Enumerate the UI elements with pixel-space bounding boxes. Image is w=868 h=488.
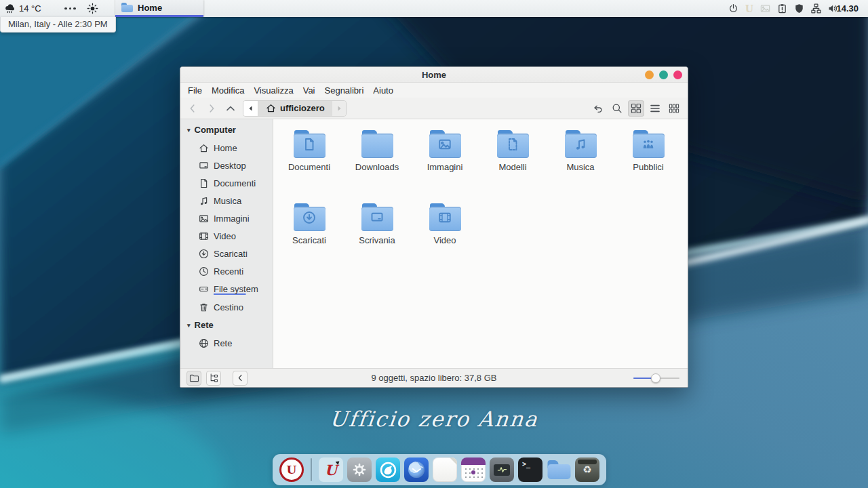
toolbar: ufficiozero — [180, 98, 688, 119]
weather-cloud-rain-icon — [4, 3, 16, 14]
clipboard-icon[interactable] — [777, 3, 787, 14]
breadcrumb-location-button[interactable]: ufficiozero — [258, 101, 332, 116]
file-item-musica[interactable]: Musica — [547, 129, 614, 202]
window-minimize-button[interactable] — [645, 70, 654, 79]
menu-vai[interactable]: Vai — [298, 85, 320, 96]
sidebar-item-label: Musica — [214, 196, 241, 206]
file-item-scrivania[interactable]: Scrivania — [343, 202, 411, 275]
top-panel: 14 °C Home U 14.30 — [0, 0, 868, 17]
sidebar-section-label: Computer — [195, 125, 236, 135]
sidebar-item-video[interactable]: Video — [180, 227, 273, 245]
menu-visualizza[interactable]: Visualizza — [249, 85, 298, 96]
menu-launcher[interactable]: U — [319, 458, 343, 482]
sidebar-item-desktop[interactable]: Desktop — [180, 157, 273, 174]
zoom-slider-knob[interactable] — [651, 373, 660, 383]
folder-icon — [429, 130, 461, 158]
zoom-slider[interactable] — [633, 373, 679, 383]
breadcrumb: ufficiozero — [243, 100, 347, 117]
file-item-scaricati[interactable]: Scaricati — [275, 202, 343, 275]
menu-segnalibri[interactable]: Segnalibri — [320, 85, 369, 96]
sidebar-item-scaricati[interactable]: Scaricati — [180, 245, 273, 262]
window-maximize-button[interactable] — [659, 70, 668, 79]
folder-icon — [294, 130, 326, 158]
music-emblem-icon — [574, 138, 587, 151]
window-titlebar[interactable]: Home — [180, 67, 688, 83]
file-item-label: Modelli — [498, 162, 526, 172]
sidebar-item-home[interactable]: Home — [180, 139, 273, 157]
file-item-label: Immagini — [427, 162, 463, 172]
file-item-modelli[interactable]: Modelli — [479, 129, 547, 202]
panel-menu-dots-icon[interactable] — [64, 0, 76, 17]
breadcrumb-collapse-button[interactable] — [243, 101, 258, 116]
up-button[interactable] — [224, 102, 237, 115]
folder-icon — [497, 130, 529, 158]
desktop-signature: Ufficio zero Anna — [0, 407, 868, 431]
mail-app[interactable] — [404, 458, 429, 482]
image-emblem-icon — [438, 138, 452, 151]
file-item-downloads[interactable]: Downloads — [343, 129, 411, 202]
file-manager-app[interactable] — [547, 458, 571, 482]
picture-icon[interactable] — [760, 3, 770, 14]
terminal-app[interactable]: >_ — [518, 458, 542, 482]
file-item-immagini[interactable]: Immagini — [411, 129, 479, 202]
sidebar-item-musica[interactable]: Musica — [180, 192, 273, 209]
documents-app[interactable] — [433, 458, 457, 482]
sidebar-item-cestino[interactable]: Cestino — [180, 298, 273, 316]
sidebar-item-label: Home — [214, 143, 237, 153]
sidebar-item-label: Immagini — [214, 214, 250, 224]
sidebar-item-rete[interactable]: Rete — [180, 334, 273, 352]
back-button[interactable] — [186, 102, 199, 115]
forward-button[interactable] — [205, 102, 218, 115]
menu-file[interactable]: File — [183, 85, 207, 96]
brightness-sun-icon[interactable] — [87, 0, 98, 17]
settings-app[interactable] — [347, 458, 372, 482]
web-browser-app[interactable] — [376, 458, 400, 482]
video-emblem-icon — [438, 211, 452, 224]
music-icon — [199, 196, 209, 206]
desktop-icon — [199, 161, 209, 171]
panel-clock[interactable]: 14.30 — [836, 0, 859, 17]
dock: UU>_♻ — [273, 454, 606, 485]
menu-modifica[interactable]: Modifica — [207, 85, 249, 96]
window-list-tab-home[interactable]: Home — [115, 0, 203, 17]
sidebar-item-file-system[interactable]: File system — [180, 280, 273, 298]
user-u-icon[interactable]: U — [745, 3, 753, 14]
sidebar-item-immagini[interactable]: Immagini — [180, 209, 273, 227]
folder-icon — [294, 203, 326, 231]
sidebar-item-documenti[interactable]: Documenti — [180, 174, 273, 192]
breadcrumb-expand-button[interactable] — [332, 101, 346, 116]
file-item-label: Pubblici — [633, 162, 664, 172]
search-icon[interactable] — [609, 100, 625, 117]
trash-app[interactable]: ♻ — [575, 458, 599, 482]
view-compact-button[interactable] — [666, 100, 682, 117]
system-monitor-app[interactable] — [490, 458, 514, 482]
ufficiozero-launcher[interactable]: U — [279, 458, 304, 482]
view-grid-button[interactable] — [628, 100, 644, 117]
weather-widget[interactable]: 14 °C — [4, 0, 41, 17]
file-item-video[interactable]: Video — [411, 202, 479, 275]
menu-aiuto[interactable]: Aiuto — [368, 85, 398, 96]
network-icon[interactable] — [811, 3, 821, 14]
folder-icon — [565, 130, 597, 158]
sidebar-section-rete[interactable]: ▾Rete — [180, 316, 273, 334]
window-close-button[interactable] — [673, 70, 682, 79]
sidebar-section-label: Rete — [195, 320, 214, 330]
sidebar-item-label: Recenti — [214, 266, 243, 277]
sidebar-item-recenti[interactable]: Recenti — [180, 262, 273, 280]
shield-icon[interactable] — [794, 3, 804, 14]
power-icon[interactable] — [728, 3, 738, 14]
template-emblem-icon — [506, 138, 519, 151]
planner-app[interactable] — [461, 458, 486, 482]
file-item-pubblici[interactable]: Pubblici — [614, 129, 682, 202]
file-view: DocumentiDownloadsImmaginiModelliMusicaP… — [273, 119, 688, 368]
file-item-documenti[interactable]: Documenti — [275, 129, 343, 202]
undo-icon[interactable] — [590, 100, 606, 117]
trash-icon — [199, 302, 209, 312]
breadcrumb-label: ufficiozero — [280, 103, 325, 113]
globe-icon — [199, 338, 209, 348]
download-icon — [199, 249, 209, 259]
system-tray: U — [728, 0, 838, 17]
sidebar-section-computer[interactable]: ▾Computer — [180, 121, 273, 139]
file-item-label: Scrivania — [359, 235, 395, 245]
view-list-button[interactable] — [647, 100, 663, 117]
